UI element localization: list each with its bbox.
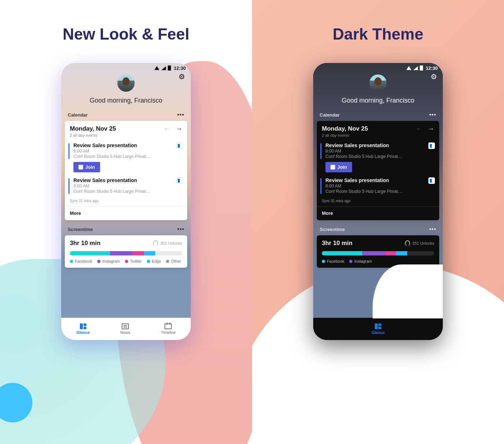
teams-icon: [330, 165, 335, 169]
event-time: 8:00 AM: [325, 149, 434, 154]
event-time: 8:00 AM: [325, 184, 434, 189]
outlook-icon: [176, 142, 183, 149]
wifi-icon: [154, 66, 159, 70]
event-title: Review Sales presentation: [325, 142, 434, 148]
signal-icon: [413, 66, 418, 70]
glance-icon: [375, 323, 381, 329]
wifi-icon: [406, 66, 411, 70]
screentime-legend: Facebook Instagram Twitter Edge Other: [70, 259, 182, 263]
event-location: Conf Room Studio 5 Hub Large Privat…: [325, 189, 434, 194]
panel-headline-right: Dark Theme: [252, 25, 504, 43]
greeting: Good morning, Francisco: [90, 97, 162, 104]
outlook-icon: [176, 177, 183, 184]
screentime-legend: Facebook Instagram: [322, 259, 434, 263]
calendar-event[interactable]: Review Sales presentation 8:00 AM Conf R…: [322, 177, 434, 194]
calendar-subtitle: 2 all day events: [70, 133, 116, 137]
calendar-section-title: Calendar: [68, 112, 88, 118]
status-bar: 12:30: [313, 63, 443, 73]
gear-icon[interactable]: ⚙: [431, 72, 437, 81]
prev-day-icon[interactable]: ←: [163, 125, 170, 133]
calendar-event[interactable]: Review Sales presentation 8:00 AM Conf R…: [70, 177, 182, 194]
next-day-icon[interactable]: →: [428, 125, 434, 133]
fingerprint-icon: [405, 240, 410, 246]
avatar[interactable]: [117, 74, 135, 92]
event-location: Conf Room Studio 5 Hub Large Privat…: [325, 154, 434, 159]
greeting: Good morning, Francisco: [342, 97, 414, 104]
calendar-sync-status: Sync 31 mins ago: [322, 199, 434, 203]
event-title: Review Sales presentation: [73, 142, 182, 148]
screentime-total: 3hr 10 min: [70, 240, 100, 247]
calendar-card: Monday, Nov 25 2 all day events ← → Revi…: [65, 121, 187, 220]
bottom-nav: Glance: [313, 318, 443, 340]
calendar-subtitle: 2 all day events: [322, 133, 368, 137]
next-day-icon[interactable]: →: [176, 125, 182, 133]
calendar-date: Monday, Nov 25: [70, 125, 116, 132]
calendar-event[interactable]: Review Sales presentation 8:00 AM Conf R…: [322, 142, 434, 172]
status-time: 12:30: [174, 65, 186, 71]
join-meeting-button[interactable]: Join: [73, 162, 100, 172]
calendar-more-link[interactable]: More: [322, 207, 434, 216]
status-bar: 12:30: [61, 63, 191, 73]
nav-glance[interactable]: Glance: [372, 323, 385, 335]
teams-icon: [78, 165, 83, 169]
fingerprint-icon: [153, 240, 158, 246]
signal-icon: [161, 66, 166, 70]
status-time: 12:30: [426, 65, 438, 71]
nav-timeline[interactable]: Timeline: [161, 323, 175, 335]
screentime-section-title: Screentime: [320, 227, 345, 232]
screentime-card: 3hr 10 min 251 Unlocks Facebook Instagra…: [65, 235, 187, 268]
outlook-icon: [428, 142, 435, 149]
calendar-section-title: Calendar: [320, 112, 340, 118]
event-location: Conf Room Studio 5 Hub Large Privat…: [73, 154, 182, 159]
gear-icon[interactable]: ⚙: [179, 72, 185, 81]
calendar-card: Monday, Nov 25 2 all day events ← → Revi…: [317, 121, 439, 220]
screentime-bar: [70, 251, 182, 255]
outlook-icon: [428, 177, 435, 184]
glance-icon: [80, 323, 86, 329]
unlock-count: 251 Unlocks: [412, 241, 434, 245]
screentime-bar: [322, 251, 434, 255]
prev-day-icon[interactable]: ←: [415, 125, 422, 133]
nav-glance[interactable]: Glance: [76, 323, 90, 335]
calendar-event[interactable]: Review Sales presentation 8:00 AM Conf R…: [70, 142, 182, 172]
event-time: 8:00 AM: [73, 184, 182, 189]
screentime-total: 3hr 10 min: [322, 240, 352, 247]
avatar[interactable]: [369, 74, 387, 92]
bottom-nav: Glance News Timeline: [61, 318, 191, 340]
screentime-more-icon[interactable]: •••: [429, 226, 436, 232]
phone-dark: 12:30 ⚙ Good morning, Francisco Calendar…: [313, 63, 443, 340]
join-meeting-button[interactable]: Join: [325, 162, 352, 172]
event-title: Review Sales presentation: [73, 177, 182, 183]
battery-icon: [420, 65, 423, 71]
screentime-card: 3hr 10 min 251 Unlocks Facebook Instagra…: [317, 235, 439, 268]
timeline-icon: [165, 323, 172, 329]
battery-icon: [168, 65, 171, 71]
calendar-date: Monday, Nov 25: [322, 125, 368, 132]
panel-headline-left: New Look & Feel: [0, 25, 252, 43]
event-location: Conf Room Studio 5 Hub Large Privat…: [73, 189, 182, 194]
calendar-more-icon[interactable]: •••: [429, 112, 436, 118]
calendar-more-icon[interactable]: •••: [177, 112, 184, 118]
calendar-more-link[interactable]: More: [70, 207, 182, 216]
event-title: Review Sales presentation: [325, 177, 434, 183]
unlock-count: 251 Unlocks: [160, 241, 182, 245]
news-icon: [122, 323, 129, 329]
event-time: 8:00 AM: [73, 149, 182, 154]
screentime-more-icon[interactable]: •••: [177, 226, 184, 232]
calendar-sync-status: Sync 31 mins ago: [70, 199, 182, 203]
nav-news[interactable]: News: [120, 323, 130, 335]
screentime-section-title: Screentime: [68, 227, 93, 232]
phone-light: 12:30 ⚙ Good morning, Francisco Calendar…: [61, 63, 191, 340]
